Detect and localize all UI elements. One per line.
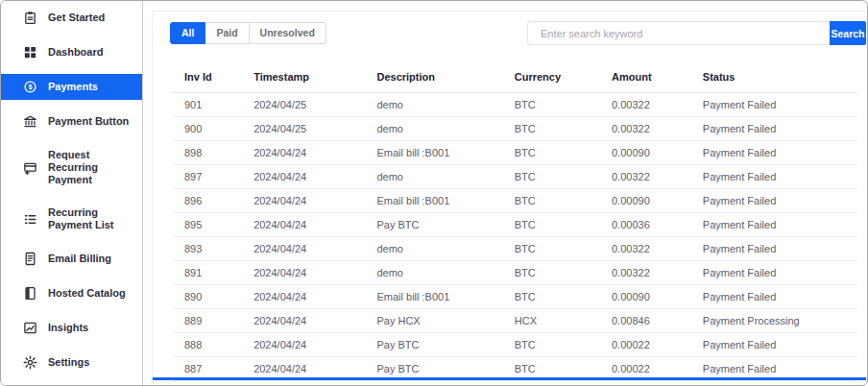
cell-status: Payment Failed bbox=[703, 261, 857, 285]
cell-amount: 0.00322 bbox=[612, 93, 703, 117]
chart-icon bbox=[23, 321, 37, 335]
bank-icon bbox=[23, 114, 37, 129]
cell-status: Payment Processing bbox=[703, 309, 857, 333]
search-box: Search bbox=[527, 21, 866, 45]
filter-tab-paid[interactable]: Paid bbox=[205, 22, 249, 44]
card-plus-icon bbox=[23, 160, 37, 175]
cell-amount: 0.00090 bbox=[612, 285, 703, 309]
cell-amount: 0.00322 bbox=[612, 165, 703, 189]
cell-status: Payment Failed bbox=[703, 165, 857, 189]
cell-timestamp: 2024/04/24 bbox=[253, 333, 376, 357]
cell-currency: BTC bbox=[515, 165, 612, 189]
sidebar-item-request-recurring-payment[interactable]: Request Recurring Payment bbox=[1, 143, 142, 192]
sidebar-item-label: Request Recurring Payment bbox=[48, 149, 136, 186]
sidebar-item-payments[interactable]: $Payments bbox=[1, 74, 142, 100]
cell-inv-id: 891 bbox=[173, 261, 253, 285]
cell-status: Payment Failed bbox=[703, 117, 857, 141]
sidebar-item-get-started[interactable]: Get Started bbox=[1, 5, 142, 31]
cell-currency: BTC bbox=[515, 141, 612, 165]
cell-inv-id: 895 bbox=[173, 213, 253, 237]
table-row[interactable]: 9012024/04/25demoBTC0.00322Payment Faile… bbox=[173, 93, 857, 117]
sidebar-item-label: Dashboard bbox=[48, 46, 103, 59]
cell-timestamp: 2024/04/24 bbox=[253, 165, 376, 189]
column-header-description: Description bbox=[376, 65, 514, 93]
cell-inv-id: 893 bbox=[173, 237, 253, 261]
cell-status: Payment Failed bbox=[703, 333, 857, 357]
dollar-circle-icon: $ bbox=[23, 80, 37, 94]
svg-text:$: $ bbox=[28, 83, 33, 91]
cell-amount: 0.00322 bbox=[612, 117, 703, 141]
table-row[interactable]: 8932024/04/24demoBTC0.00322Payment Faile… bbox=[173, 237, 857, 261]
bottom-accent-bar bbox=[153, 377, 866, 380]
cell-timestamp: 2024/04/24 bbox=[253, 309, 376, 333]
filter-tab-unresolved[interactable]: Unresolved bbox=[250, 22, 326, 44]
sidebar-item-insights[interactable]: Insights bbox=[1, 315, 142, 341]
list-icon bbox=[23, 212, 37, 227]
cell-inv-id: 900 bbox=[173, 117, 253, 141]
cell-timestamp: 2024/04/24 bbox=[253, 285, 376, 309]
cell-amount: 0.00036 bbox=[612, 213, 703, 237]
table-row[interactable]: 8952024/04/24Pay BTCBTC0.00036Payment Fa… bbox=[173, 213, 857, 237]
sidebar-item-hosted-catalog[interactable]: Hosted Catalog bbox=[1, 280, 142, 306]
cell-description: Email bill :B001 bbox=[376, 141, 514, 165]
table-row[interactable]: 9002024/04/25demoBTC0.00322Payment Faile… bbox=[173, 117, 857, 141]
sidebar: Get StartedDashboard$PaymentsPayment But… bbox=[1, 1, 143, 385]
sidebar-item-label: Insights bbox=[48, 322, 88, 334]
grid-icon bbox=[23, 45, 37, 60]
search-input[interactable] bbox=[527, 21, 830, 45]
sidebar-item-label: Get Started bbox=[48, 12, 105, 24]
cell-timestamp: 2024/04/24 bbox=[253, 141, 376, 165]
gear-icon bbox=[23, 355, 37, 370]
search-button[interactable]: Search bbox=[830, 21, 866, 45]
cell-timestamp: 2024/04/25 bbox=[253, 93, 376, 117]
table-row[interactable]: 8912024/04/24demoBTC0.00322Payment Faile… bbox=[173, 261, 857, 285]
cell-currency: BTC bbox=[515, 189, 612, 213]
filter-tab-all[interactable]: All bbox=[170, 22, 205, 44]
cell-description: Email bill :B001 bbox=[376, 189, 514, 213]
cell-inv-id: 897 bbox=[173, 165, 253, 189]
cell-description: demo bbox=[376, 93, 514, 117]
cell-description: Pay BTC bbox=[376, 333, 514, 357]
table-row[interactable]: 8892024/04/24Pay HCXHCX0.00846Payment Pr… bbox=[173, 309, 857, 333]
sidebar-item-dashboard[interactable]: Dashboard bbox=[1, 39, 142, 65]
table-row[interactable]: 8962024/04/24Email bill :B001BTC0.00090P… bbox=[173, 189, 857, 213]
cell-description: Pay BTC bbox=[376, 213, 514, 237]
table-row[interactable]: 8982024/04/24Email bill :B001BTC0.00090P… bbox=[173, 141, 857, 165]
sidebar-item-label: Email Billing bbox=[48, 253, 111, 265]
file-text-icon bbox=[23, 252, 37, 266]
cell-status: Payment Failed bbox=[703, 237, 857, 261]
cell-inv-id: 898 bbox=[173, 141, 253, 165]
table-header-row: Inv IdTimestampDescriptionCurrencyAmount… bbox=[173, 65, 857, 93]
cell-inv-id: 896 bbox=[173, 189, 253, 213]
cell-status: Payment Failed bbox=[703, 93, 857, 117]
cell-amount: 0.00090 bbox=[612, 189, 703, 213]
column-header-timestamp: Timestamp bbox=[253, 65, 376, 93]
cell-inv-id: 888 bbox=[173, 333, 253, 357]
cell-timestamp: 2024/04/24 bbox=[253, 237, 376, 261]
cell-description: Pay HCX bbox=[376, 309, 514, 333]
table-row[interactable]: 8882024/04/24Pay BTCBTC0.00022Payment Fa… bbox=[173, 333, 857, 357]
cell-description: demo bbox=[376, 165, 514, 189]
cell-timestamp: 2024/04/25 bbox=[253, 117, 376, 141]
cell-currency: BTC bbox=[515, 285, 612, 309]
cell-amount: 0.00322 bbox=[612, 261, 703, 285]
column-header-amount: Amount bbox=[612, 65, 703, 93]
cell-currency: BTC bbox=[515, 213, 612, 237]
sidebar-item-recurring-payment-list[interactable]: Recurring Payment List bbox=[1, 201, 142, 237]
cell-description: demo bbox=[376, 117, 514, 141]
sidebar-item-email-billing[interactable]: Email Billing bbox=[1, 246, 142, 272]
sidebar-item-payment-button[interactable]: Payment Button bbox=[1, 109, 142, 134]
table-row[interactable]: 8972024/04/24demoBTC0.00322Payment Faile… bbox=[173, 165, 857, 189]
cell-status: Payment Failed bbox=[703, 213, 857, 237]
sidebar-item-settings[interactable]: Settings bbox=[1, 350, 142, 375]
cell-description: demo bbox=[376, 237, 514, 261]
cell-currency: BTC bbox=[515, 93, 612, 117]
filter-tabs: AllPaidUnresolved bbox=[170, 22, 326, 44]
cell-status: Payment Failed bbox=[703, 285, 857, 309]
cell-currency: BTC bbox=[515, 117, 612, 141]
sidebar-item-label: Recurring Payment List bbox=[48, 206, 136, 231]
table-row[interactable]: 8902024/04/24Email bill :B001BTC0.00090P… bbox=[173, 285, 857, 309]
table-body: 9012024/04/25demoBTC0.00322Payment Faile… bbox=[173, 93, 857, 381]
app-window: Get StartedDashboard$PaymentsPayment But… bbox=[0, 0, 868, 386]
cell-amount: 0.00322 bbox=[612, 237, 703, 261]
